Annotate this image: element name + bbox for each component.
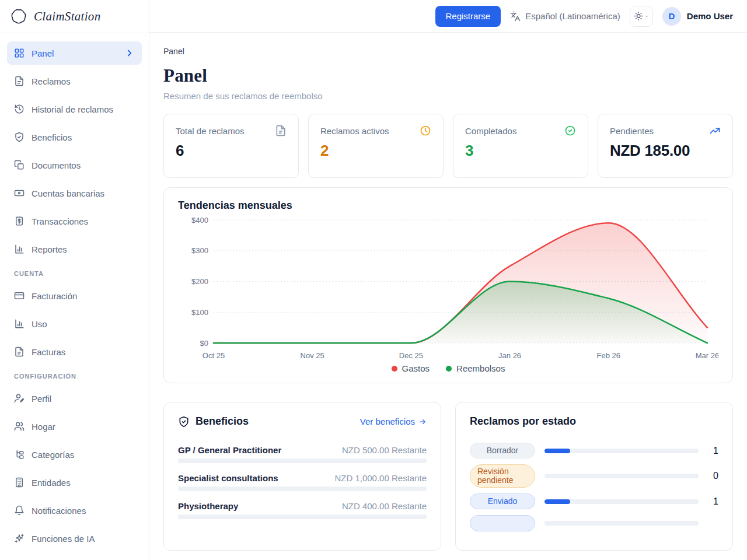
benefit-remaining: NZD 1,000.00 Restante (334, 473, 427, 483)
brand-logo[interactable]: ClaimStation (0, 0, 149, 33)
file-text-icon (14, 76, 25, 86)
sidebar-item-reportes[interactable]: Reportes (7, 237, 142, 261)
sidebar-item-perfil[interactable]: Perfil (7, 387, 142, 410)
topbar: Registrarse Español (Latinoamérica) D De… (149, 0, 747, 33)
sidebar-item-categorias[interactable]: Categorías (7, 443, 142, 466)
user-pen-icon (14, 393, 25, 404)
sidebar-item-cuentas-bancarias[interactable]: Cuentas bancarias (7, 181, 142, 205)
chart-title: Tendencias mensuales (178, 200, 718, 212)
breadcrumb[interactable]: Panel (163, 47, 733, 56)
sidebar-item-label: Beneficios (32, 132, 72, 142)
benefit-row: GP / General Practitioner NZD 500.00 Res… (178, 445, 427, 463)
tree-icon (14, 449, 25, 460)
sidebar-item-historial[interactable]: Historial de reclamos (7, 97, 142, 121)
benefit-name: Physiotherapy (178, 501, 238, 511)
page-subtitle: Resumen de sus reclamos de reembolso (163, 91, 733, 101)
sun-icon (634, 11, 643, 21)
user-menu[interactable]: D Demo User (662, 7, 733, 26)
stat-label: Reclamos activos (320, 126, 389, 136)
benefit-progress-track (178, 514, 427, 519)
stat-card-total-reclamos: Total de reclamos 6 (163, 114, 299, 178)
sidebar-item-label: Entidades (32, 478, 71, 488)
view-benefits-link[interactable]: Ver beneficios (360, 416, 427, 426)
benefit-row: Physiotherapy NZD 400.00 Restante (178, 501, 427, 519)
user-name: Demo User (687, 11, 733, 21)
history-icon (14, 104, 25, 114)
stat-card-pendientes: Pendientes NZD 185.00 (598, 114, 733, 178)
legend-item-gastos[interactable]: Gastos (392, 363, 430, 373)
arrow-right-icon (418, 418, 427, 426)
status-count: 1 (708, 496, 718, 507)
status-progress-fill (544, 499, 570, 504)
status-progress-fill (544, 449, 570, 453)
register-button[interactable]: Registrarse (435, 6, 501, 27)
stat-card-reclamos-activos: Reclamos activos 2 (308, 114, 444, 178)
svg-text:$0: $0 (200, 339, 208, 348)
page-title: Panel (163, 65, 733, 86)
sidebar-item-panel[interactable]: Panel (7, 41, 142, 65)
sidebar-item-label: Facturas (32, 347, 65, 357)
monthly-trends-card: Tendencias mensuales $0$100$200$300$400O… (163, 187, 733, 383)
legend-item-reembolsos[interactable]: Reembolsos (446, 363, 505, 373)
sidebar-item-uso[interactable]: Uso (7, 312, 142, 335)
legend-label: Reembolsos (456, 363, 505, 373)
check-circle-icon (564, 125, 576, 136)
status-count: 1 (708, 446, 718, 456)
sidebar-item-reclamos[interactable]: Reclamos (7, 69, 142, 93)
sidebar-item-notificaciones[interactable]: Notificaciones (7, 499, 142, 522)
layout-grid-icon (14, 48, 25, 58)
file-text-icon (275, 125, 287, 136)
benefit-remaining: NZD 500.00 Restante (342, 445, 427, 455)
bar-chart-icon (14, 244, 25, 254)
benefits-card: Beneficios Ver beneficios GP / General P… (163, 402, 441, 551)
stat-value: NZD 185.00 (610, 142, 721, 160)
chevron-right-icon (124, 48, 135, 58)
legend-dot-reembolsos (446, 366, 452, 372)
bottom-cards: Beneficios Ver beneficios GP / General P… (163, 402, 733, 551)
benefits-title: Beneficios (196, 415, 249, 428)
monthly-trends-chart: $0$100$200$300$400Oct 25Nov 25Dec 25Jan … (178, 212, 718, 362)
page-content: Panel Panel Resumen de sus reclamos de r… (149, 33, 747, 560)
receipt-icon (14, 216, 25, 226)
sidebar-item-facturacion[interactable]: Facturación (7, 284, 142, 307)
benefit-progress-track (178, 487, 427, 491)
stat-value: 3 (465, 142, 576, 160)
svg-text:$100: $100 (191, 308, 208, 317)
status-row-borrador: Borrador 1 (470, 443, 718, 459)
sidebar-item-hogar[interactable]: Hogar (7, 415, 142, 438)
sidebar-item-documentos[interactable]: Documentos (7, 153, 142, 177)
status-row-enviado: Enviado 1 (470, 494, 718, 509)
svg-text:Nov 25: Nov 25 (301, 351, 324, 360)
users-icon (14, 421, 25, 432)
legend-dot-gastos (392, 366, 397, 372)
benefit-progress-track (178, 459, 427, 463)
sidebar-item-label: Uso (32, 319, 47, 329)
shield-check-icon (14, 132, 25, 142)
copy-icon (14, 160, 25, 170)
sidebar-item-transacciones[interactable]: Transacciones (7, 209, 142, 233)
status-progress-track (544, 499, 699, 504)
sidebar-item-label: Categorías (32, 450, 74, 460)
bell-icon (14, 505, 25, 516)
svg-text:Oct 25: Oct 25 (203, 351, 225, 360)
sidebar-item-label: Funciones de IA (32, 534, 95, 544)
svg-text:Jan 26: Jan 26 (498, 351, 521, 360)
svg-text:Feb 26: Feb 26 (597, 351, 620, 360)
status-row-revision-pendiente: Revisión pendiente 0 (470, 464, 718, 488)
sidebar-item-label: Reportes (32, 244, 67, 254)
sidebar-item-label: Hogar (32, 422, 55, 432)
sidebar-item-label: Notificaciones (32, 506, 86, 516)
theme-toggle-button[interactable] (630, 6, 653, 27)
chart-legend: Gastos Reembolsos (178, 363, 718, 373)
svg-text:Mar 26: Mar 26 (696, 351, 718, 360)
sidebar-item-facturas[interactable]: Facturas (7, 340, 142, 363)
sidebar-item-label: Cuentas bancarias (32, 188, 104, 198)
benefit-remaining: NZD 400.00 Restante (342, 501, 427, 511)
language-selector[interactable]: Español (Latinoamérica) (510, 11, 620, 22)
stat-label: Pendientes (610, 126, 654, 136)
claims-by-status-title: Reclamos por estado (470, 415, 576, 428)
sidebar-item-funciones-ia[interactable]: Funciones de IA (7, 527, 142, 550)
sidebar-item-beneficios[interactable]: Beneficios (7, 125, 142, 149)
sidebar-item-entidades[interactable]: Entidades (7, 471, 142, 494)
claims-by-status-card: Reclamos por estado Borrador 1 Revisión … (455, 402, 733, 551)
